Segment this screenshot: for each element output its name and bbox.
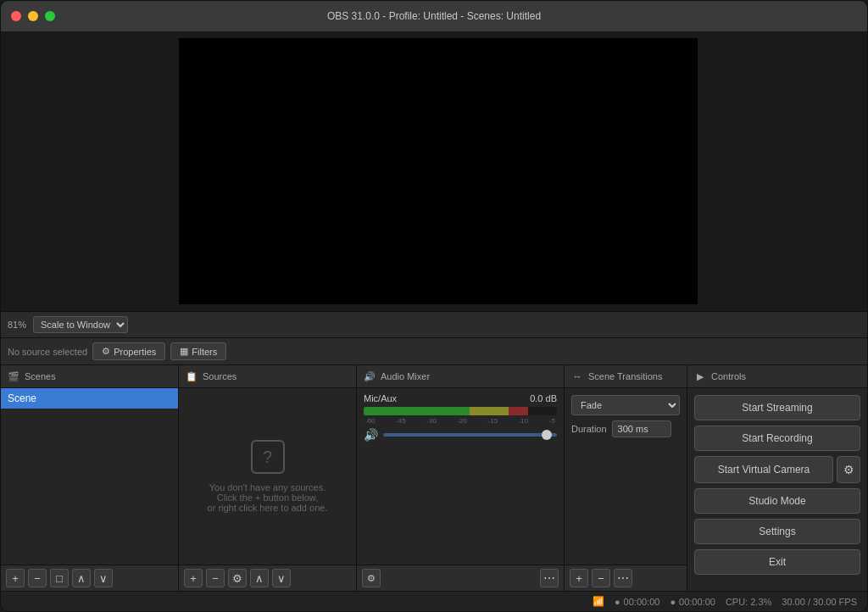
audio-controls: 🔊	[364, 428, 557, 442]
fps-display: 30.00 / 30.00 FPS	[782, 597, 857, 607]
audio-mixer-panel: 🔊 Audio Mixer Mic/Aux 0.0 dB	[357, 365, 565, 591]
network-icon: 📶	[593, 596, 604, 607]
channel-name: Mic/Aux	[364, 393, 397, 403]
obs-window: OBS 31.0.0 - Profile: Untitled - Scenes:…	[0, 0, 868, 612]
sources-icon: 📋	[186, 370, 198, 382]
remove-scene-button[interactable]: −	[28, 569, 47, 587]
sources-empty: ? You don't have any sources. Click the …	[179, 388, 356, 565]
start-recording-button[interactable]: Start Recording	[694, 426, 860, 451]
scene-up-button[interactable]: ∧	[72, 569, 91, 587]
scale-dropdown[interactable]: Scale to Window	[33, 316, 128, 333]
preview-right-panel	[698, 31, 867, 311]
preview-area	[1, 31, 867, 311]
audio-icon: 🔊	[364, 370, 376, 382]
exit-button[interactable]: Exit	[694, 549, 860, 575]
scenes-panel-header: 🎬 Scenes	[1, 365, 178, 388]
zoom-percent: 81%	[8, 320, 26, 330]
meter-red	[509, 407, 528, 415]
controls-icon: ▶	[694, 370, 706, 382]
add-source-button[interactable]: +	[184, 569, 203, 587]
sources-footer: + − ⚙ ∧ ∨	[179, 565, 356, 591]
meter-yellow	[470, 407, 509, 415]
add-scene-button[interactable]: +	[6, 569, 25, 587]
duration-input[interactable]	[612, 420, 671, 437]
audio-footer: ⚙ ⋯	[357, 565, 564, 591]
channel-db: 0.0 dB	[530, 393, 557, 403]
rec-dot-icon: ●	[670, 597, 676, 607]
virtual-camera-settings-button[interactable]: ⚙	[837, 456, 860, 483]
audio-meter	[364, 407, 557, 415]
virtual-camera-row: Start Virtual Camera ⚙	[694, 456, 860, 483]
recording-time: ● 00:00:00	[670, 597, 715, 607]
audio-advanced-button[interactable]: ⚙	[362, 569, 381, 587]
no-sources-text: You don't have any sources. Click the + …	[208, 482, 328, 513]
stream-dot-icon: ●	[615, 597, 620, 607]
transition-type-select[interactable]: Fade	[571, 395, 680, 415]
transitions-icon: ↔	[571, 370, 583, 382]
close-button[interactable]	[11, 11, 21, 21]
transitions-panel-header: ↔ Scene Transitions	[565, 365, 687, 388]
main-content: 81% Scale to Window No source selected ⚙…	[1, 31, 867, 611]
preview-canvas	[179, 38, 698, 304]
filters-button[interactable]: ▦ Filters	[170, 342, 226, 360]
preview-toolbar: 81% Scale to Window	[1, 311, 867, 338]
minimize-button[interactable]	[28, 11, 38, 21]
filters-icon: ▦	[180, 346, 188, 357]
scene-down-button[interactable]: ∨	[94, 569, 113, 587]
streaming-time: ● 00:00:00	[615, 597, 659, 607]
scenes-panel: 🎬 Scenes Scene + − □ ∧ ∨	[1, 365, 179, 591]
volume-slider[interactable]	[383, 433, 557, 437]
titlebar: OBS 31.0.0 - Profile: Untitled - Scenes:…	[1, 1, 867, 31]
remove-transition-button[interactable]: −	[592, 569, 610, 587]
maximize-button[interactable]	[45, 11, 55, 21]
controls-panel-header: ▶ Controls	[687, 365, 867, 388]
network-status: 📶	[593, 596, 604, 607]
scene-item[interactable]: Scene	[1, 388, 178, 409]
sources-panel-header: 📋 Sources	[179, 365, 356, 388]
scenes-icon: 🎬	[8, 370, 19, 382]
transitions-panel: ↔ Scene Transitions Fade Duration + − ⋯	[565, 365, 687, 591]
controls-panel: ▶ Controls Start Streaming Start Recordi…	[687, 365, 867, 591]
preview-left-panel	[1, 31, 179, 311]
no-sources-icon: ?	[251, 440, 285, 474]
source-up-button[interactable]: ∧	[250, 569, 269, 587]
volume-knob	[542, 430, 552, 440]
meter-bar	[364, 407, 557, 415]
duration-label: Duration	[571, 424, 607, 434]
audio-channel-header: Mic/Aux 0.0 dB	[364, 393, 557, 403]
start-streaming-button[interactable]: Start Streaming	[694, 395, 860, 420]
transition-more-button[interactable]: ⋯	[614, 569, 632, 587]
source-down-button[interactable]: ∨	[272, 569, 291, 587]
properties-button[interactable]: ⚙ Properties	[92, 342, 165, 360]
start-virtual-camera-button[interactable]: Start Virtual Camera	[694, 456, 833, 483]
source-settings-button[interactable]: ⚙	[228, 569, 247, 587]
studio-mode-button[interactable]: Studio Mode	[694, 488, 860, 514]
transitions-footer: + − ⋯	[565, 565, 687, 591]
properties-icon: ⚙	[102, 346, 110, 357]
no-source-label: No source selected	[8, 347, 87, 357]
mute-icon[interactable]: 🔊	[364, 428, 378, 442]
audio-panel-header: 🔊 Audio Mixer	[357, 365, 564, 388]
copy-scene-button[interactable]: □	[50, 569, 69, 587]
duration-row: Duration	[571, 420, 680, 437]
audio-more-button[interactable]: ⋯	[540, 569, 559, 587]
add-transition-button[interactable]: +	[570, 569, 588, 587]
scenes-footer: + − □ ∧ ∨	[1, 565, 178, 591]
meter-green	[364, 407, 470, 415]
cpu-usage: CPU: 2.3%	[726, 597, 771, 607]
audio-channel-mic: Mic/Aux 0.0 dB -60 -45 -30	[357, 388, 564, 447]
meter-scale: -60 -45 -30 -20 -15 -10 -5	[364, 417, 557, 425]
bottom-panels: 🎬 Scenes Scene + − □ ∧ ∨ 📋 Sources	[1, 365, 867, 591]
remove-source-button[interactable]: −	[206, 569, 225, 587]
source-toolbar: No source selected ⚙ Properties ▦ Filter…	[1, 338, 867, 365]
traffic-lights	[11, 11, 55, 21]
controls-content: Start Streaming Start Recording Start Vi…	[687, 388, 867, 581]
window-title: OBS 31.0.0 - Profile: Untitled - Scenes:…	[327, 10, 541, 22]
sources-panel: 📋 Sources ? You don't have any sources. …	[179, 365, 357, 591]
settings-button[interactable]: Settings	[694, 519, 860, 544]
status-bar: 📶 ● 00:00:00 ● 00:00:00 CPU: 2.3% 30.00 …	[1, 591, 867, 611]
transitions-content: Fade Duration	[565, 388, 687, 444]
